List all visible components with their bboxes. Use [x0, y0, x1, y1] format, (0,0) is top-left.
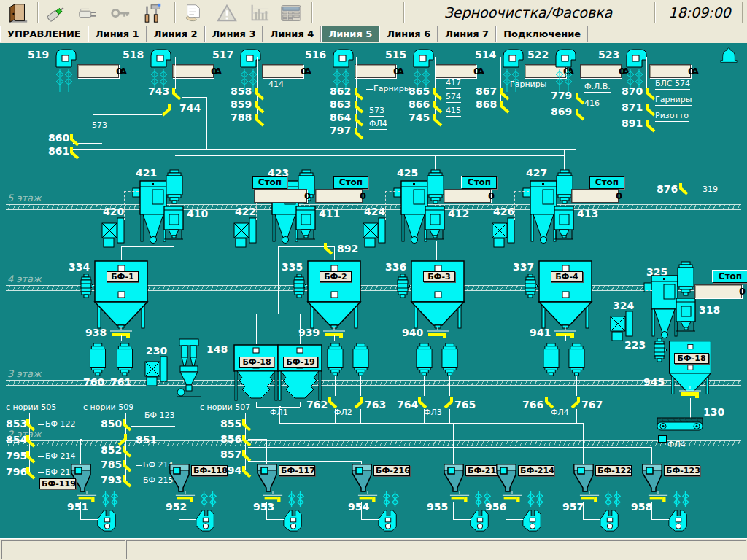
pump-icon[interactable]: [292, 274, 306, 300]
valve-icon[interactable]: [241, 465, 252, 478]
tab-upravlenie[interactable]: УПРАВЛЕНИЕ: [0, 26, 88, 42]
tab-line-7[interactable]: Линия 7: [438, 26, 496, 42]
valve-icon[interactable]: [353, 396, 365, 409]
valve-icon[interactable]: [121, 419, 133, 432]
valve-icon[interactable]: [121, 445, 133, 458]
vessel-icon[interactable]: [414, 343, 434, 376]
hopper-bin-icon[interactable]: [257, 464, 277, 493]
slide-gate-icon[interactable]: [501, 491, 523, 502]
valve-icon[interactable]: [25, 419, 36, 432]
valve-icon[interactable]: [160, 104, 172, 117]
packing-machine-icon[interactable]: [96, 509, 118, 532]
valve-icon[interactable]: [353, 101, 365, 114]
valve-icon[interactable]: [678, 182, 689, 195]
tab-line-5[interactable]: Линия 5: [321, 26, 379, 42]
tab-line-1[interactable]: Линия 1: [88, 26, 147, 42]
disconnect-button[interactable]: [74, 1, 102, 24]
tab-line-4[interactable]: Линия 4: [263, 26, 321, 42]
fan-unit-icon[interactable]: [233, 217, 258, 248]
fan-unit-icon[interactable]: [492, 217, 516, 248]
vessel-icon[interactable]: [351, 343, 371, 376]
vessel-icon[interactable]: [164, 169, 185, 204]
slide-gate-icon[interactable]: [647, 491, 669, 502]
valve-icon[interactable]: [499, 88, 511, 101]
hopper-bin-icon[interactable]: [352, 464, 372, 493]
fan-unit-icon[interactable]: [610, 311, 635, 341]
cyclone-icon[interactable]: [175, 338, 203, 398]
valve-icon[interactable]: [121, 475, 133, 488]
valve-icon[interactable]: [254, 88, 266, 101]
vessel-icon[interactable]: [425, 169, 446, 204]
slide-gate-icon[interactable]: [449, 491, 471, 502]
vessel-icon[interactable]: [567, 343, 587, 376]
bin-icon[interactable]: [306, 260, 362, 330]
valve-icon[interactable]: [69, 147, 80, 160]
stop-button[interactable]: Стоп: [713, 271, 747, 283]
valve-icon[interactable]: [353, 114, 365, 127]
slide-gate-icon[interactable]: [357, 491, 379, 502]
bin-icon[interactable]: [410, 260, 465, 330]
vessel-icon[interactable]: [541, 343, 561, 376]
packing-machine-icon[interactable]: [195, 509, 217, 532]
machine-icon[interactable]: [163, 206, 185, 241]
packing-machine-icon[interactable]: [377, 509, 399, 532]
hopper-bin-icon[interactable]: [169, 464, 190, 493]
valve-icon[interactable]: [499, 101, 511, 114]
hopper-bin-icon[interactable]: [444, 464, 464, 493]
stop-button[interactable]: Стоп: [333, 176, 368, 189]
slide-gate-icon[interactable]: [678, 386, 703, 398]
pump-icon[interactable]: [395, 274, 410, 300]
trends-button[interactable]: [245, 1, 273, 24]
bin-icon[interactable]: [277, 344, 322, 402]
stop-button[interactable]: Стоп: [589, 176, 624, 189]
machine-icon[interactable]: [553, 206, 575, 241]
bin-icon[interactable]: [233, 344, 279, 402]
valve-icon[interactable]: [254, 114, 266, 127]
slide-gate-icon[interactable]: [76, 491, 98, 502]
pump-icon[interactable]: [79, 274, 93, 300]
alarms-button[interactable]: [213, 1, 241, 24]
valve-icon[interactable]: [353, 88, 365, 101]
valve-icon[interactable]: [432, 114, 444, 127]
valve-icon[interactable]: [25, 451, 36, 464]
vessel-icon[interactable]: [86, 343, 109, 376]
machine-icon[interactable]: [295, 206, 317, 241]
tab-podkluchenie[interactable]: Подключение: [496, 26, 588, 42]
valve-icon[interactable]: [241, 419, 252, 432]
packing-machine-icon[interactable]: [599, 509, 621, 532]
bin-icon[interactable]: [538, 260, 593, 330]
control-panel-button[interactable]: [277, 1, 305, 24]
bin-icon[interactable]: [93, 260, 149, 330]
valve-icon[interactable]: [25, 435, 36, 448]
valve-icon[interactable]: [254, 101, 266, 114]
jet-filter-icon[interactable]: [53, 47, 77, 96]
valve-icon[interactable]: [353, 127, 365, 140]
valve-icon[interactable]: [25, 467, 36, 480]
valve-icon[interactable]: [69, 133, 80, 147]
vessel-icon[interactable]: [440, 343, 460, 376]
stop-button[interactable]: Стоп: [252, 176, 287, 189]
valve-icon[interactable]: [241, 434, 252, 447]
vessel-icon[interactable]: [325, 343, 345, 376]
valve-icon[interactable]: [171, 88, 182, 101]
tab-line-3[interactable]: Линия 3: [205, 26, 263, 42]
conveyor-icon[interactable]: [657, 417, 703, 432]
packing-machine-icon[interactable]: [522, 509, 543, 532]
hopper-bin-icon[interactable]: [573, 464, 594, 493]
slide-gate-icon[interactable]: [174, 491, 196, 502]
hopper-bin-icon[interactable]: [496, 464, 516, 493]
fan-unit-icon[interactable]: [101, 217, 126, 248]
vessel-icon[interactable]: [113, 343, 136, 376]
hopper-bin-icon[interactable]: [642, 464, 662, 493]
pump-icon[interactable]: [652, 338, 667, 365]
jet-filter-icon[interactable]: [552, 47, 577, 96]
slide-gate-icon[interactable]: [578, 491, 600, 502]
stop-button[interactable]: Стоп: [462, 176, 497, 189]
connect-button[interactable]: [42, 1, 70, 24]
valve-icon[interactable]: [432, 101, 444, 114]
packing-machine-icon[interactable]: [282, 509, 304, 532]
exit-button[interactable]: [4, 1, 32, 24]
access-key-button[interactable]: [107, 1, 134, 24]
machine-icon[interactable]: [675, 298, 697, 332]
pump-icon[interactable]: [523, 274, 538, 300]
